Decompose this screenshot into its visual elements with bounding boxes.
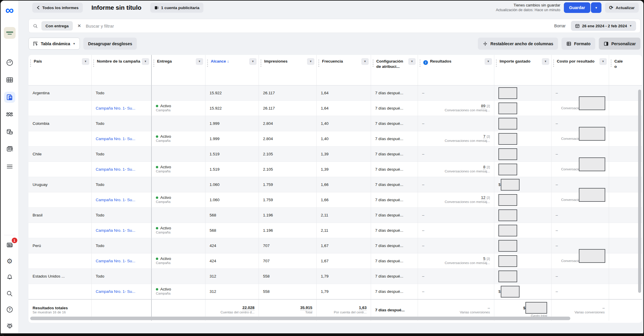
customize-button[interactable]: Personalizar bbox=[599, 38, 640, 50]
column-header[interactable]: Importe gastado ↓ ▼ bbox=[494, 55, 552, 85]
audiences-icon[interactable] bbox=[4, 109, 15, 120]
campaign-link[interactable]: Campaña Nro. 1- Su... bbox=[96, 167, 147, 172]
column-menu-button[interactable]: ▼ bbox=[307, 58, 314, 65]
campaign-name-cell: Campaña Nro. 1- Su... bbox=[92, 253, 152, 269]
column-header[interactable]: Frecuencia ↓ ▼ bbox=[317, 55, 371, 85]
column-header[interactable]: País ↓ ▼ bbox=[28, 55, 92, 85]
date-range-picker[interactable]: 26 ene 2024 - 2 feb 2024 ▼ bbox=[571, 21, 636, 31]
horizontal-scrollbar[interactable] bbox=[28, 317, 642, 320]
news-badge: 1 bbox=[12, 238, 17, 243]
reset-column-width-button[interactable]: Restablecer ancho de columnas bbox=[478, 38, 558, 50]
save-options-button[interactable]: ▼ bbox=[591, 2, 601, 13]
reset-width-icon bbox=[483, 41, 488, 46]
clear-button[interactable]: Borrar bbox=[554, 23, 566, 28]
drag-handle-icon[interactable] bbox=[30, 59, 31, 68]
column-menu-button[interactable]: ▼ bbox=[408, 58, 416, 65]
pivot-table-button[interactable]: Tabla dinámica ▼ bbox=[28, 38, 80, 50]
search-input[interactable]: Buscar y filtrar bbox=[86, 23, 551, 28]
drag-handle-icon[interactable] bbox=[93, 59, 94, 68]
column-header[interactable]: iResultados ↓ ▼ bbox=[418, 55, 494, 85]
column-menu-button[interactable]: ▼ bbox=[361, 58, 369, 65]
campaign-name-cell: Todo bbox=[92, 85, 152, 101]
sort-desc-icon: ↓ bbox=[226, 59, 229, 63]
save-button[interactable]: Guardar bbox=[564, 2, 590, 13]
spend-cell bbox=[494, 147, 552, 162]
drag-handle-icon[interactable] bbox=[260, 59, 262, 68]
back-button[interactable]: Todos los informes bbox=[32, 3, 83, 13]
results-cell: – bbox=[418, 223, 494, 238]
column-header[interactable]: Impresiones ↓ ▼ bbox=[259, 55, 317, 85]
redacted-value bbox=[498, 133, 517, 145]
campaign-link[interactable]: Campaña Nro. 1- Su... bbox=[96, 137, 147, 141]
window-bottom-edge bbox=[1, 333, 643, 335]
frequency-cell: 1,40 bbox=[317, 116, 371, 131]
impressions-cell: 2.804 bbox=[259, 131, 317, 147]
campaign-link[interactable]: Campaña Nro. 1- Su... bbox=[96, 106, 147, 110]
info-icon[interactable]: i bbox=[423, 60, 428, 65]
drag-handle-icon[interactable] bbox=[153, 59, 154, 68]
campaign-link[interactable]: Campaña Nro. 1- Su... bbox=[96, 289, 147, 294]
bug-icon[interactable] bbox=[4, 320, 15, 331]
attribution-cell: 7 días despué... bbox=[371, 253, 418, 269]
drag-handle-icon[interactable] bbox=[553, 59, 554, 68]
ad-account-icon bbox=[154, 6, 159, 10]
help-icon[interactable]: ? bbox=[4, 304, 15, 315]
vertical-scrollbar-thumb[interactable] bbox=[638, 90, 641, 293]
country-cell: Estados Unidos ... bbox=[28, 269, 92, 284]
news-icon[interactable]: 1 bbox=[4, 239, 15, 251]
column-menu-button[interactable]: ▼ bbox=[142, 58, 149, 65]
column-menu-button[interactable]: ▼ bbox=[485, 58, 492, 65]
drag-handle-icon[interactable] bbox=[318, 59, 319, 68]
column-menu-button[interactable]: ▼ bbox=[249, 58, 257, 65]
redacted-value bbox=[498, 209, 517, 221]
remove-filter-icon[interactable]: ✕ bbox=[76, 23, 82, 28]
dashboard-gauge-icon[interactable] bbox=[4, 57, 15, 68]
column-menu-button[interactable]: ▼ bbox=[196, 58, 203, 65]
filter-chip-delivery[interactable]: Con entrega bbox=[41, 21, 73, 31]
active-status-dot bbox=[156, 196, 158, 199]
spend-cell bbox=[494, 85, 552, 101]
menu-icon[interactable] bbox=[4, 161, 15, 172]
refresh-label: Actualizar bbox=[616, 6, 635, 10]
column-header[interactable]: Costo por resultado ↓ ▼ bbox=[552, 55, 609, 85]
column-header[interactable]: Configuración de atribuci... ↓ ▼ bbox=[371, 55, 418, 85]
drag-handle-icon[interactable] bbox=[207, 59, 208, 68]
format-button[interactable]: Formato bbox=[562, 38, 595, 50]
campaign-link[interactable]: Campaña Nro. 1- Su... bbox=[96, 198, 147, 202]
delivery-cell bbox=[152, 147, 205, 162]
billing-icon[interactable] bbox=[4, 126, 15, 137]
ungroup-breakdowns-button[interactable]: Desagrupar desgloses bbox=[83, 38, 137, 50]
trailing-cell: – bbox=[609, 192, 642, 208]
meta-logo-icon[interactable]: ∞ bbox=[5, 4, 14, 16]
drag-handle-icon[interactable] bbox=[372, 59, 374, 68]
campaigns-table-icon[interactable] bbox=[4, 74, 15, 85]
drag-handle-icon[interactable] bbox=[496, 59, 497, 68]
reports-icon[interactable] bbox=[4, 92, 15, 103]
impressions-cell: 2.105 bbox=[259, 162, 317, 177]
search-icon[interactable] bbox=[4, 288, 15, 299]
drag-handle-icon[interactable] bbox=[419, 59, 421, 68]
column-header[interactable]: Alcance ↓ ▼ bbox=[205, 55, 259, 85]
column-menu-button[interactable]: ▼ bbox=[542, 58, 549, 65]
refresh-button[interactable]: ⟳ Actualizar bbox=[605, 3, 639, 13]
column-header[interactable]: Nombre de la campaña ↓ ▼ bbox=[92, 55, 152, 85]
delivery-cell: Activo Campaña bbox=[152, 131, 205, 147]
account-badge[interactable]: 1 cuenta publicitaria bbox=[150, 3, 204, 13]
ads-reporting-window: ∞ bbox=[0, 0, 644, 336]
column-header[interactable]: Entrega ↓ ▼ bbox=[152, 55, 205, 85]
notifications-bell-icon[interactable] bbox=[4, 272, 15, 283]
column-menu-button[interactable]: ▼ bbox=[82, 58, 89, 65]
trailing-cell: – bbox=[609, 116, 642, 131]
column-header[interactable]: Cale ↓ o bbox=[609, 55, 642, 85]
active-status-dot bbox=[156, 288, 158, 290]
business-avatar[interactable] bbox=[4, 27, 16, 39]
column-menu-button[interactable]: ▼ bbox=[599, 58, 607, 65]
table-row: Brasil Todo 568 1.196 2,11 7 días despué… bbox=[28, 208, 642, 223]
drag-handle-icon[interactable] bbox=[611, 59, 612, 68]
ads-icon[interactable] bbox=[4, 144, 15, 155]
settings-gear-icon[interactable]: ⚙ bbox=[4, 256, 15, 267]
campaign-link[interactable]: Campaña Nro. 1- Su... bbox=[96, 228, 147, 233]
trailing-cell: – bbox=[609, 208, 642, 223]
campaign-link[interactable]: Campaña Nro. 1- Su... bbox=[96, 259, 147, 263]
horizontal-scrollbar-thumb[interactable] bbox=[30, 317, 570, 320]
